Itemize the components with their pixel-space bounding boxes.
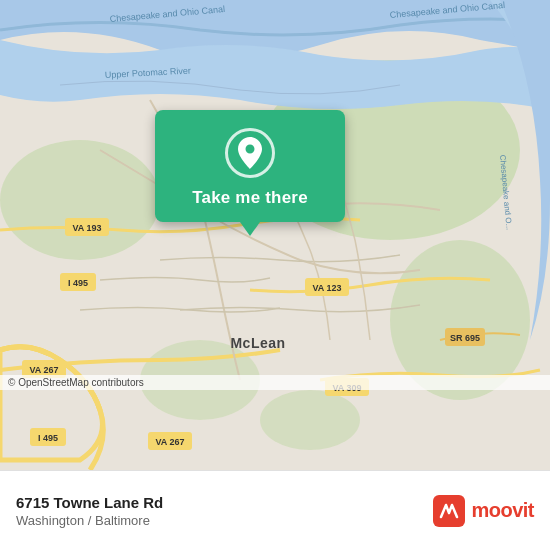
address-line2: Washington / Baltimore (16, 513, 163, 528)
map-area: VA 193 VA 123 VA 267 VA 267 I 495 I 495 … (0, 0, 550, 470)
location-icon-wrapper (225, 128, 275, 178)
svg-point-5 (260, 390, 360, 450)
svg-point-2 (0, 140, 160, 260)
take-me-there-popup[interactable]: Take me there (155, 110, 345, 222)
take-me-there-label: Take me there (192, 188, 308, 208)
svg-text:VA 193: VA 193 (72, 223, 101, 233)
copyright-text: © OpenStreetMap contributors (0, 375, 550, 390)
map-svg: VA 193 VA 123 VA 267 VA 267 I 495 I 495 … (0, 0, 550, 470)
svg-text:SR 695: SR 695 (450, 333, 480, 343)
bottom-bar: 6715 Towne Lane Rd Washington / Baltimor… (0, 470, 550, 550)
svg-text:VA 123: VA 123 (312, 283, 341, 293)
svg-text:VA 267: VA 267 (29, 365, 58, 375)
address-block: 6715 Towne Lane Rd Washington / Baltimor… (16, 494, 163, 528)
location-pin-icon (237, 137, 263, 169)
svg-text:I 495: I 495 (68, 278, 88, 288)
svg-text:McLean: McLean (230, 335, 285, 351)
moovit-icon (433, 495, 465, 527)
moovit-logo: moovit (433, 495, 534, 527)
address-line1: 6715 Towne Lane Rd (16, 494, 163, 511)
svg-text:I 495: I 495 (38, 433, 58, 443)
svg-text:VA 267: VA 267 (155, 437, 184, 447)
moovit-text: moovit (471, 499, 534, 522)
